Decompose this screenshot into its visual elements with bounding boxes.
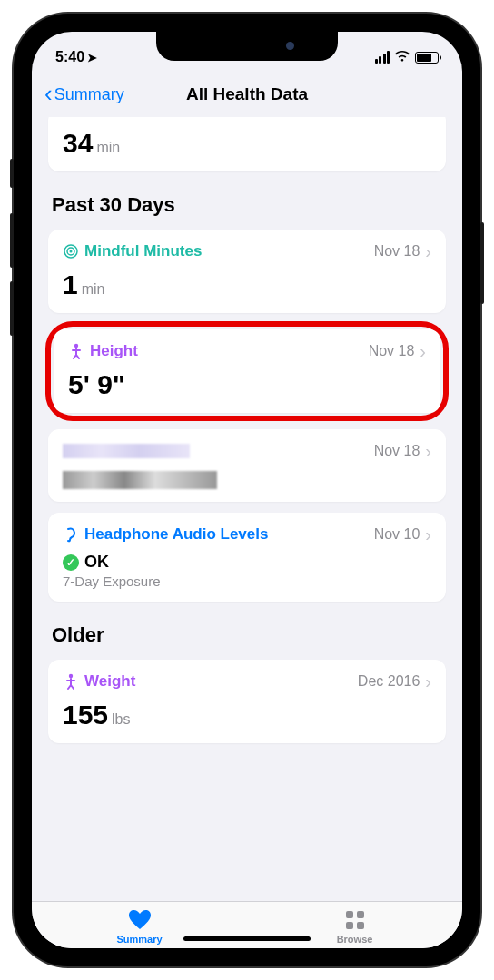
volume-up-button: [10, 213, 14, 268]
mindful-unit: min: [82, 281, 105, 298]
mindful-icon: [63, 243, 79, 260]
back-label: Summary: [54, 85, 124, 104]
weight-card[interactable]: Weight Dec 2016 › 155 lbs: [48, 660, 446, 743]
chevron-right-icon: ›: [425, 242, 431, 260]
tab-summary-label: Summary: [116, 934, 162, 945]
weight-value: 155: [63, 700, 108, 730]
audio-sublabel: 7-Day Exposure: [63, 573, 431, 589]
section-older: Older: [52, 623, 442, 647]
power-button: [480, 222, 484, 304]
location-icon: ➤: [87, 51, 97, 64]
svg-point-4: [69, 674, 73, 678]
status-time: 5:40: [55, 49, 84, 65]
weight-label: Weight: [84, 672, 135, 691]
mindful-date: Nov 18: [374, 243, 420, 260]
audio-status: OK: [84, 553, 109, 572]
svg-rect-5: [346, 911, 353, 918]
phone-frame: 5:40 ➤ ‹ Summary All Health Data: [14, 14, 480, 966]
redacted-date: Nov 18: [374, 443, 420, 459]
wifi-icon: [394, 49, 410, 65]
notch: [156, 32, 338, 61]
nav-header: ‹ Summary All Health Data: [32, 75, 462, 117]
svg-rect-8: [357, 922, 364, 929]
height-date: Nov 18: [369, 343, 415, 359]
battery-icon: [415, 52, 439, 64]
height-value: 5' 9": [68, 369, 125, 400]
chevron-right-icon: ›: [420, 342, 426, 360]
chevron-right-icon: ›: [425, 525, 431, 544]
mindful-minutes-card[interactable]: Mindful Minutes Nov 18 › 1 min: [48, 230, 446, 313]
workouts-value: 34: [63, 128, 93, 159]
home-indicator[interactable]: [183, 936, 311, 941]
weight-unit: lbs: [112, 711, 130, 728]
svg-rect-7: [346, 922, 353, 929]
redacted-title: [63, 444, 190, 458]
audio-date: Nov 10: [374, 526, 420, 543]
svg-rect-6: [357, 911, 364, 918]
headphone-audio-card[interactable]: Headphone Audio Levels Nov 10 › ✓ OK 7-D…: [48, 513, 446, 602]
tab-bar: Summary Browse: [32, 901, 462, 948]
weight-date: Dec 2016: [358, 673, 420, 690]
workouts-unit: min: [96, 140, 120, 156]
mindful-value: 1: [63, 270, 78, 300]
mindful-label: Mindful Minutes: [84, 242, 202, 260]
svg-point-3: [74, 344, 78, 348]
heart-icon: [127, 909, 153, 931]
back-button[interactable]: ‹ Summary: [44, 84, 124, 105]
checkmark-icon: ✓: [63, 554, 79, 571]
mute-switch: [10, 159, 14, 188]
chevron-right-icon: ›: [425, 672, 431, 691]
screen: 5:40 ➤ ‹ Summary All Health Data: [32, 32, 462, 948]
volume-down-button: [10, 281, 14, 336]
height-card[interactable]: Height Nov 18 › 5' 9": [54, 329, 440, 413]
ear-icon: [63, 526, 79, 543]
redacted-card[interactable]: Nov 18 ›: [48, 429, 446, 502]
chevron-right-icon: ›: [425, 442, 431, 460]
svg-point-2: [70, 250, 73, 253]
body-icon: [63, 673, 79, 690]
audio-label: Headphone Audio Levels: [84, 525, 268, 544]
chevron-left-icon: ‹: [44, 82, 53, 105]
cellular-signal-icon: [375, 51, 390, 64]
height-label: Height: [90, 342, 138, 360]
workouts-card[interactable]: 🔥 Workouts 34 min: [48, 117, 446, 172]
highlight-annotation: Height Nov 18 › 5' 9": [45, 321, 449, 421]
grid-icon: [342, 909, 368, 931]
section-past-30-days: Past 30 Days: [52, 193, 442, 217]
redacted-value: [63, 471, 217, 489]
tab-browse-label: Browse: [337, 934, 373, 945]
content-scroll[interactable]: 🔥 Workouts 34 min Past 30 Days: [32, 117, 462, 901]
body-icon: [68, 343, 84, 359]
